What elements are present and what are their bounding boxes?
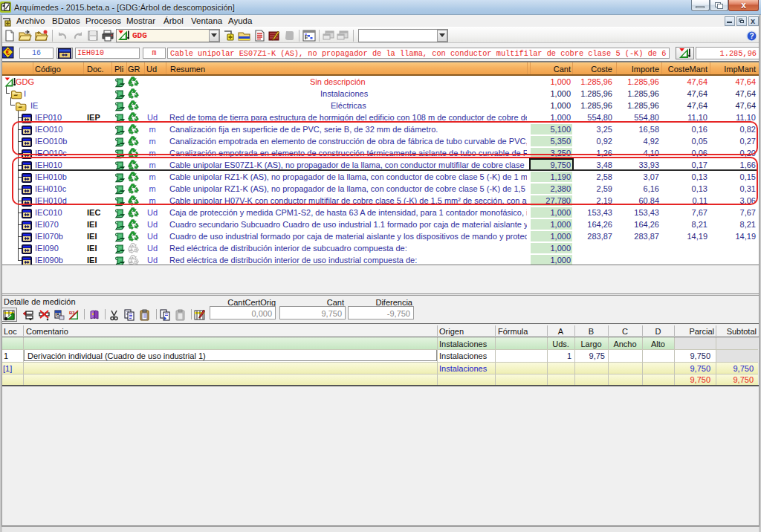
svg-text:€: € <box>6 48 10 56</box>
svg-text:?: ? <box>749 32 754 40</box>
